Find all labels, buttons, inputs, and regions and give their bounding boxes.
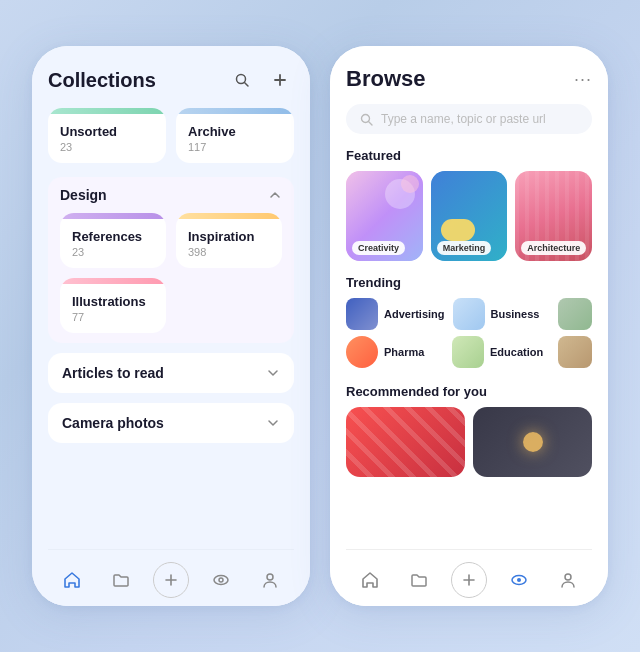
- trending-extra-thumb-2: [558, 336, 592, 368]
- trending-label-business: Business: [491, 308, 540, 320]
- right-nav-folder-button[interactable]: [403, 564, 435, 596]
- top-folder-grid: Unsorted 23 Archive 117: [48, 108, 294, 163]
- folder-references-count: 23: [72, 246, 154, 258]
- nav-eye-button[interactable]: [205, 564, 237, 596]
- folder-illustrations-count: 77: [72, 311, 154, 323]
- trending-thumb-business: [453, 298, 485, 330]
- trending-row-2: Pharma Education: [346, 336, 592, 368]
- articles-title: Articles to read: [62, 365, 164, 381]
- right-content: Browse ··· Type a name, topic or paste u…: [330, 46, 608, 606]
- svg-point-8: [267, 574, 273, 580]
- camera-title: Camera photos: [62, 415, 164, 431]
- trending-thumb-advertising: [346, 298, 378, 330]
- trending-advertising[interactable]: Advertising: [346, 298, 445, 330]
- scene: Collections: [12, 26, 628, 626]
- right-phone: Browse ··· Type a name, topic or paste u…: [330, 46, 608, 606]
- search-input[interactable]: Type a name, topic or paste url: [381, 112, 546, 126]
- right-nav-add-button[interactable]: [451, 562, 487, 598]
- recommended-label: Recommended for you: [346, 384, 592, 399]
- header-icons: [228, 66, 294, 94]
- trending-business[interactable]: Business: [453, 298, 550, 330]
- trending-row-1: Advertising Business: [346, 298, 592, 330]
- trending-section: Advertising Business Pharma Ed: [346, 298, 592, 374]
- svg-point-7: [219, 578, 223, 582]
- search-icon: [360, 113, 373, 126]
- collections-title: Collections: [48, 69, 156, 92]
- folder-inspiration-name: Inspiration: [188, 229, 270, 244]
- design-folder-grid: References 23 Inspiration 398 Illustrati…: [60, 213, 282, 333]
- add-button[interactable]: [266, 66, 294, 94]
- featured-label: Featured: [346, 148, 592, 163]
- recommended-row: [346, 407, 592, 549]
- trending-pharma[interactable]: Pharma: [346, 336, 444, 368]
- svg-line-10: [369, 121, 373, 125]
- trending-label-pharma: Pharma: [384, 346, 424, 358]
- nav-user-button[interactable]: [254, 564, 286, 596]
- folder-archive[interactable]: Archive 117: [176, 108, 294, 163]
- design-header: Design: [60, 187, 282, 203]
- folder-references[interactable]: References 23: [60, 213, 166, 268]
- folder-inspiration-count: 398: [188, 246, 270, 258]
- svg-point-15: [565, 574, 571, 580]
- articles-section: Articles to read: [48, 353, 294, 393]
- folder-inspiration[interactable]: Inspiration 398: [176, 213, 282, 268]
- card-tag-marketing: Marketing: [437, 241, 492, 255]
- right-bottom-nav: [346, 549, 592, 606]
- folder-illustrations-name: Illustrations: [72, 294, 154, 309]
- nav-add-button[interactable]: [153, 562, 189, 598]
- camera-chevron: [266, 416, 280, 430]
- left-phone: Collections: [32, 46, 310, 606]
- nav-folder-button[interactable]: [105, 564, 137, 596]
- camera-section: Camera photos: [48, 403, 294, 443]
- trending-extra-thumb: [558, 298, 592, 330]
- folder-unsorted-count: 23: [60, 141, 154, 153]
- rec-card-2[interactable]: [473, 407, 592, 477]
- search-bar[interactable]: Type a name, topic or paste url: [346, 104, 592, 134]
- svg-line-1: [245, 83, 249, 87]
- trending-label-advertising: Advertising: [384, 308, 445, 320]
- trending-label: Trending: [346, 275, 592, 290]
- nav-home-button[interactable]: [56, 564, 88, 596]
- card-tag-architecture: Architecture: [521, 241, 586, 255]
- right-header: Browse ···: [346, 66, 592, 92]
- folder-illustrations[interactable]: Illustrations 77: [60, 278, 166, 333]
- folder-unsorted[interactable]: Unsorted 23: [48, 108, 166, 163]
- right-nav-eye-button[interactable]: [503, 564, 535, 596]
- left-header: Collections: [48, 66, 294, 94]
- more-menu-button[interactable]: ···: [574, 69, 592, 90]
- featured-card-marketing[interactable]: Marketing: [431, 171, 508, 261]
- trending-education[interactable]: Education: [452, 336, 550, 368]
- articles-header[interactable]: Articles to read: [48, 353, 294, 393]
- trending-label-education: Education: [490, 346, 543, 358]
- design-section: Design References 23 Inspiration 398: [48, 177, 294, 343]
- search-button[interactable]: [228, 66, 256, 94]
- folder-archive-count: 117: [188, 141, 282, 153]
- card-tag-creativity: Creativity: [352, 241, 405, 255]
- featured-card-architecture[interactable]: Architecture: [515, 171, 592, 261]
- trending-thumb-education: [452, 336, 484, 368]
- featured-row: Creativity Marketing Architecture: [346, 171, 592, 261]
- featured-card-creativity[interactable]: Creativity: [346, 171, 423, 261]
- left-content: Collections: [32, 46, 310, 606]
- articles-chevron: [266, 366, 280, 380]
- camera-header[interactable]: Camera photos: [48, 403, 294, 443]
- svg-point-14: [517, 578, 521, 582]
- folder-unsorted-name: Unsorted: [60, 124, 154, 139]
- right-nav-home-button[interactable]: [354, 564, 386, 596]
- trending-thumb-pharma: [346, 336, 378, 368]
- design-chevron[interactable]: [268, 188, 282, 202]
- folder-references-name: References: [72, 229, 154, 244]
- right-nav-user-button[interactable]: [552, 564, 584, 596]
- folder-archive-name: Archive: [188, 124, 282, 139]
- design-title: Design: [60, 187, 107, 203]
- left-bottom-nav: [48, 549, 294, 606]
- rec-card-1[interactable]: [346, 407, 465, 477]
- svg-point-6: [214, 576, 228, 585]
- browse-title: Browse: [346, 66, 425, 92]
